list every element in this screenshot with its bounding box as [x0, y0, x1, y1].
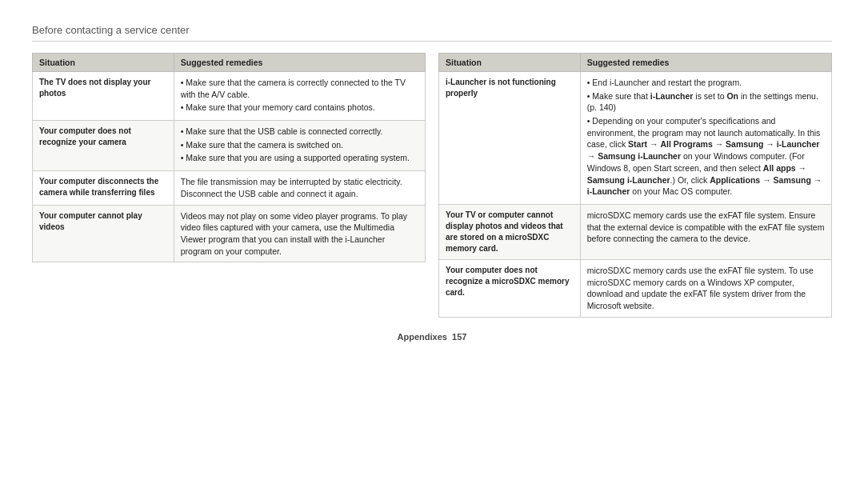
right-col2-header: Suggested remedies: [580, 54, 831, 72]
right-remedy-2: microSDXC memory cards use the exFAT fil…: [580, 259, 831, 317]
right-situation-0: i-Launcher is not functioning properly: [439, 72, 581, 205]
page-header: Before contacting a service center: [32, 24, 832, 42]
footer-page: 157: [452, 332, 466, 342]
footer-label: Appendixes: [398, 332, 447, 342]
list-item: Make sure that the camera is correctly c…: [181, 77, 418, 100]
left-remedy-1: Make sure that the USB cable is connecte…: [174, 121, 425, 171]
list-item: Make sure that the camera is switched on…: [181, 139, 418, 151]
left-col2-header: Suggested remedies: [174, 54, 425, 72]
right-table: Situation Suggested remedies i-Launcher …: [438, 53, 832, 318]
page: Before contacting a service center Situa…: [0, 0, 864, 358]
left-table: Situation Suggested remedies The TV does…: [32, 53, 426, 262]
header-title: Before contacting a service center: [32, 24, 190, 36]
right-situation-1: Your TV or computer cannot display photo…: [439, 204, 581, 259]
right-col1-header: Situation: [439, 54, 581, 72]
right-remedy-1: microSDXC memory cards use the exFAT fil…: [580, 204, 831, 259]
tables-row: Situation Suggested remedies The TV does…: [32, 53, 832, 318]
right-remedy-0: End i-Launcher and restart the program. …: [580, 72, 831, 205]
list-item: Make sure that your memory card contains…: [181, 102, 418, 114]
left-remedy-0: Make sure that the camera is correctly c…: [174, 72, 425, 121]
list-item: Make sure that i-Launcher is set to On i…: [587, 90, 825, 114]
left-remedy-2: The file transmission may be interrupted…: [174, 171, 425, 205]
right-table-wrap: Situation Suggested remedies i-Launcher …: [438, 53, 832, 318]
right-situation-2: Your computer does not recognize a micro…: [439, 259, 581, 317]
left-situation-2: Your computer disconnects the camera whi…: [33, 171, 174, 205]
left-remedy-3: Videos may not play on some video player…: [174, 205, 425, 262]
left-situation-0: The TV does not display your photos: [33, 72, 174, 121]
left-col1-header: Situation: [33, 54, 174, 72]
left-situation-3: Your computer cannot play videos: [33, 205, 174, 262]
left-table-wrap: Situation Suggested remedies The TV does…: [32, 53, 426, 318]
list-item: Depending on your computer's specificati…: [587, 115, 825, 198]
footer: Appendixes 157: [32, 332, 832, 342]
list-item: End i-Launcher and restart the program.: [587, 77, 825, 89]
list-item: Make sure that you are using a supported…: [181, 152, 418, 164]
left-situation-1: Your computer does not recognize your ca…: [33, 121, 174, 171]
list-item: Make sure that the USB cable is connecte…: [181, 126, 418, 138]
